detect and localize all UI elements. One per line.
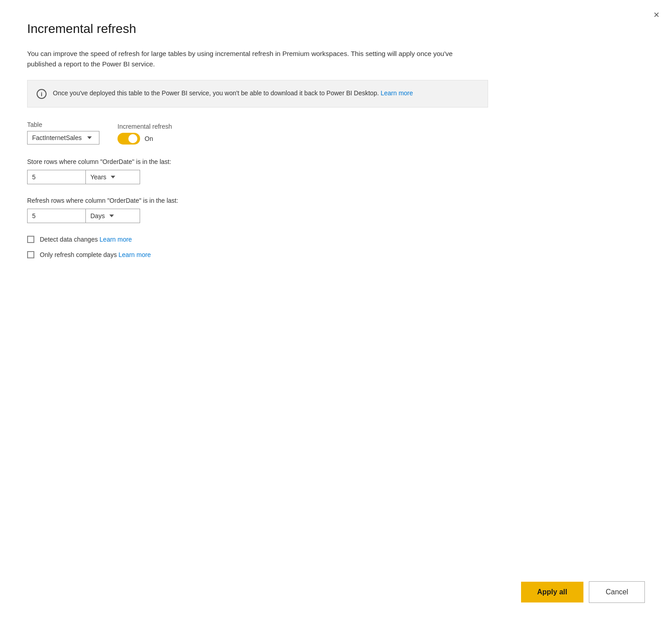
incremental-refresh-toggle-group: Incremental refresh On <box>117 123 172 145</box>
info-message: Once you've deployed this table to the P… <box>53 89 379 97</box>
info-icon: i <box>37 89 47 99</box>
toggle-track <box>117 133 140 145</box>
only-complete-days-label: Only refresh complete days Learn more <box>40 251 151 258</box>
table-label: Table <box>27 121 99 128</box>
only-complete-days-checkbox[interactable] <box>27 251 34 258</box>
store-rows-input-row: Years <box>27 170 645 184</box>
store-rows-section: Store rows where column "OrderDate" is i… <box>27 158 645 184</box>
chevron-down-icon <box>111 176 115 178</box>
chevron-down-icon <box>87 136 92 139</box>
refresh-rows-unit-select[interactable]: Days <box>86 209 140 223</box>
store-rows-unit-value: Years <box>90 173 106 181</box>
dialog-title: Incremental refresh <box>27 22 645 36</box>
info-learn-more-link[interactable]: Learn more <box>381 89 413 97</box>
table-value: FactInternetSales <box>32 134 82 141</box>
incremental-refresh-label: Incremental refresh <box>117 123 172 130</box>
table-toggle-row: Table FactInternetSales Incremental refr… <box>27 121 645 145</box>
store-rows-label: Store rows where column "OrderDate" is i… <box>27 158 645 165</box>
info-box: i Once you've deployed this table to the… <box>27 80 488 107</box>
info-box-text: Once you've deployed this table to the P… <box>53 89 413 98</box>
chevron-down-icon <box>109 215 114 217</box>
refresh-rows-number-input[interactable] <box>27 209 86 223</box>
dialog: × Incremental refresh You can improve th… <box>0 0 672 621</box>
refresh-rows-unit-value: Days <box>90 212 105 219</box>
refresh-rows-input-row: Days <box>27 209 645 223</box>
detect-changes-row: Detect data changes Learn more <box>27 236 645 243</box>
only-complete-learn-more-link[interactable]: Learn more <box>118 251 151 258</box>
detect-changes-checkbox[interactable] <box>27 236 34 243</box>
toggle-row: On <box>117 133 172 145</box>
store-rows-unit-select[interactable]: Years <box>86 170 140 184</box>
store-rows-number-input[interactable] <box>27 170 86 184</box>
cancel-button[interactable]: Cancel <box>589 581 645 603</box>
toggle-switch[interactable] <box>117 133 140 145</box>
refresh-rows-section: Refresh rows where column "OrderDate" is… <box>27 197 645 223</box>
table-field-group: Table FactInternetSales <box>27 121 99 145</box>
close-button[interactable]: × <box>653 10 659 20</box>
toggle-thumb <box>128 134 137 143</box>
refresh-rows-label: Refresh rows where column "OrderDate" is… <box>27 197 645 204</box>
detect-changes-label: Detect data changes Learn more <box>40 236 132 243</box>
detect-changes-learn-more-link[interactable]: Learn more <box>99 236 132 243</box>
only-complete-days-row: Only refresh complete days Learn more <box>27 251 645 258</box>
footer: Apply all Cancel <box>521 581 645 603</box>
description-text: You can improve the speed of refresh for… <box>27 49 456 69</box>
toggle-state-label: On <box>145 135 153 142</box>
table-select[interactable]: FactInternetSales <box>27 131 99 145</box>
apply-all-button[interactable]: Apply all <box>521 582 584 602</box>
